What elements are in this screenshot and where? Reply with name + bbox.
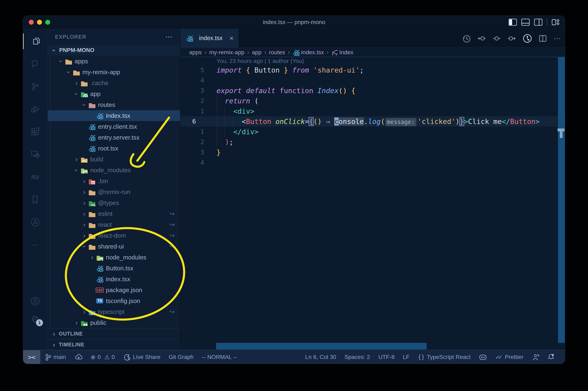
customize-layout-icon[interactable]: [552, 19, 560, 26]
chevron-right-icon[interactable]: ›: [81, 199, 88, 207]
git-commit-icon[interactable]: [523, 34, 532, 43]
status-notifications[interactable]: [543, 350, 559, 364]
activity-search-icon[interactable]: [30, 59, 40, 69]
tree-item-apps[interactable]: ›apps: [48, 56, 180, 67]
tree-item-entry-client-tsx[interactable]: › entry.client.tsx: [48, 121, 180, 132]
tree-item-react[interactable]: ›react↪: [48, 219, 180, 230]
chevron-down-icon[interactable]: ›: [81, 243, 88, 250]
tree-root-pnpm-mono[interactable]: › PNPM-MONO: [48, 45, 180, 56]
code-area[interactable]: You, 23 hours ago | 1 author (You) 5impo…: [181, 57, 565, 350]
tree-item-public[interactable]: ›public: [48, 317, 180, 328]
status-eol[interactable]: LF: [399, 350, 414, 364]
tree-item-eslint[interactable]: ›eslint↪: [48, 208, 180, 219]
activity-bookmarks-icon[interactable]: [30, 195, 40, 204]
code-line[interactable]: 2 );: [181, 137, 565, 147]
breadcrumb[interactable]: apps›my-remix-app›app›routes› index.tsx›…: [181, 48, 565, 57]
code-line[interactable]: 1 </div>: [181, 127, 565, 137]
chevron-right-icon[interactable]: ›: [73, 79, 80, 87]
status-cursor-position[interactable]: Ln 6, Col 30: [301, 350, 340, 364]
chevron-right-icon[interactable]: ›: [81, 232, 88, 239]
tree-item-routes[interactable]: ›routes: [48, 99, 180, 110]
activity-nx-console-icon[interactable]: N≥: [30, 172, 40, 182]
close-tab-icon[interactable]: ×: [229, 34, 234, 42]
code-line[interactable]: 3export default function Index() {: [181, 86, 565, 96]
activity-more-icon[interactable]: ⋯: [30, 240, 40, 250]
tree-item--bin[interactable]: ›0110.bin: [48, 176, 180, 187]
chevron-down-icon[interactable]: ›: [65, 69, 73, 76]
horizontal-scrollbar[interactable]: [216, 343, 427, 349]
tree-item--cache[interactable]: ›.cache: [48, 78, 180, 88]
remote-indicator[interactable]: ><: [23, 350, 40, 364]
explorer-more-actions-icon[interactable]: ⋯: [165, 33, 173, 41]
code-line[interactable]: 5import { Button } from 'shared-ui';: [181, 65, 565, 75]
tab-index-tsx[interactable]: index.tsx ×: [181, 29, 239, 47]
breadcrumb-item-routes[interactable]: routes: [269, 49, 285, 56]
toggle-secondary-sidebar-icon[interactable]: [534, 19, 542, 26]
toggle-panel-icon[interactable]: [521, 19, 530, 26]
tree-item-button-tsx[interactable]: › Button.tsx: [48, 263, 180, 274]
change-icon[interactable]: [492, 34, 501, 43]
chevron-down-icon[interactable]: ›: [81, 101, 88, 108]
tree-item-my-remix-app[interactable]: ›my-remix-app: [48, 67, 180, 78]
tree-item-index-tsx[interactable]: › index.tsx: [48, 110, 180, 121]
breadcrumb-item-my-remix-app[interactable]: my-remix-app: [209, 49, 244, 56]
section-outline[interactable]: ›OUTLINE: [48, 328, 180, 339]
vertical-scrollbar[interactable]: [558, 57, 565, 343]
tree-item-entry-server-tsx[interactable]: › entry.server.tsx: [48, 132, 180, 143]
tree-item-node-modules[interactable]: ›JSnode_modules: [48, 252, 180, 263]
tree-item-root-tsx[interactable]: › root.tsx: [48, 143, 180, 154]
activity-explorer-icon[interactable]: [30, 36, 40, 46]
tree-item-app[interactable]: ›app: [48, 88, 180, 99]
activity-run-debug-icon[interactable]: [30, 104, 40, 114]
status-copilot[interactable]: [475, 350, 491, 364]
status-encoding[interactable]: UTF-8: [374, 350, 399, 364]
chevron-right-icon[interactable]: ›: [81, 210, 88, 217]
status-vim-mode[interactable]: -- NORMAL --: [198, 350, 241, 364]
tree-item-index-tsx[interactable]: › index.tsx: [48, 274, 180, 285]
status-indentation[interactable]: Spaces: 2: [340, 350, 374, 364]
status-problems[interactable]: ⊗0⚠0: [87, 350, 119, 364]
tree-item-tsconfig-json[interactable]: ›TStsconfig.json: [48, 295, 180, 306]
status-feedback[interactable]: [528, 350, 543, 364]
code-line[interactable]: 2 return (: [181, 96, 565, 106]
code-line[interactable]: 4: [181, 157, 565, 168]
activity-account-icon[interactable]: [30, 296, 40, 306]
breadcrumb-item-index[interactable]: Index: [331, 49, 353, 56]
tree-item--types[interactable]: ›TS@types: [48, 197, 180, 208]
activity-settings-icon[interactable]: ⚙1: [30, 314, 40, 324]
activity-source-control-icon[interactable]: [30, 82, 40, 92]
split-icon[interactable]: [538, 34, 547, 43]
status-branch[interactable]: main: [40, 350, 70, 364]
chevron-right-icon[interactable]: ›: [73, 155, 80, 163]
tree-item-package-json[interactable]: ›npmpackage.json: [48, 285, 180, 295]
tree-item-node-modules[interactable]: ›JSnode_modules: [48, 165, 180, 176]
chevron-right-icon[interactable]: ›: [81, 308, 88, 315]
code-line[interactable]: 3}: [181, 147, 565, 157]
tree-item-react-dom[interactable]: ›react-dom↪: [48, 230, 180, 241]
chevron-down-icon[interactable]: ›: [57, 58, 65, 65]
chevron-down-icon[interactable]: ›: [73, 167, 80, 174]
breadcrumb-item-app[interactable]: app: [252, 49, 262, 56]
more-icon[interactable]: ⋯: [553, 34, 561, 43]
code-line[interactable]: 4: [181, 75, 565, 86]
breadcrumb-item-apps[interactable]: apps: [189, 49, 202, 56]
tree-item-shared-ui[interactable]: ›shared-ui↪: [48, 241, 180, 252]
tree-item-typescript[interactable]: ›TStypescript↪: [48, 306, 180, 317]
chevron-right-icon[interactable]: ›: [81, 221, 88, 228]
history-icon[interactable]: [462, 34, 471, 43]
code-line[interactable]: 1 <div>: [181, 106, 565, 116]
activity-remote-explorer-icon[interactable]: [30, 149, 40, 159]
chevron-right-icon[interactable]: ›: [89, 253, 96, 261]
chevron-down-icon[interactable]: ›: [73, 91, 80, 98]
tree-item-build[interactable]: ›build: [48, 154, 180, 165]
section-timeline[interactable]: ›TIMELINE: [48, 339, 180, 350]
status-formatter[interactable]: ✓✓Prettier: [491, 350, 528, 364]
chevron-right-icon[interactable]: ›: [81, 177, 88, 185]
chevron-right-icon[interactable]: ›: [81, 188, 88, 196]
status-git-graph[interactable]: Git Graph: [165, 350, 197, 364]
tree-item--remix-run[interactable]: ›@remix-run: [48, 187, 180, 197]
activity-extensions-icon[interactable]: [30, 127, 40, 137]
prev-change-icon[interactable]: [477, 34, 486, 43]
breadcrumb-item-index-tsx[interactable]: index.tsx: [293, 49, 324, 56]
code-line-current[interactable]: 6 <Button onClick={() ⇒ console.log(mess…: [181, 116, 565, 127]
